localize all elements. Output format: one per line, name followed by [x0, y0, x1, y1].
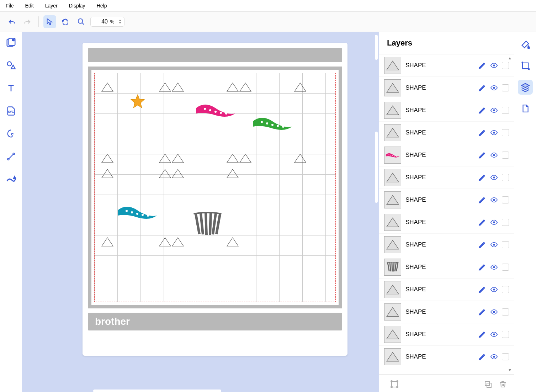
layer-row[interactable]: SHAPE	[379, 144, 514, 166]
visibility-icon[interactable]	[490, 173, 498, 182]
layer-lock-toggle[interactable]	[502, 219, 509, 226]
layer-lock-toggle[interactable]	[502, 196, 509, 203]
canvas-shape-swoosh[interactable]	[194, 101, 237, 119]
canvas-shape-triangle[interactable]	[101, 153, 114, 163]
canvas-scrollbar-horizontal[interactable]	[22, 387, 379, 392]
visibility-icon[interactable]	[490, 308, 498, 316]
edit-layer-icon[interactable]	[478, 151, 486, 159]
layer-lock-toggle[interactable]	[502, 241, 509, 248]
edit-layer-icon[interactable]	[478, 330, 486, 339]
zoom-tool[interactable]	[75, 15, 87, 28]
edit-layer-icon[interactable]	[478, 84, 486, 92]
edit-layer-icon[interactable]	[478, 61, 486, 70]
path-tool-icon[interactable]	[4, 172, 18, 186]
visibility-icon[interactable]	[490, 106, 498, 115]
zoom-down[interactable]: ▼	[118, 22, 121, 25]
trace-tool-icon[interactable]	[4, 127, 18, 141]
menu-layer[interactable]: Layer	[43, 2, 60, 9]
canvas-shape-triangle[interactable]	[101, 237, 114, 247]
canvas-shape-triangle[interactable]	[101, 169, 114, 179]
layer-lock-toggle[interactable]	[502, 107, 509, 114]
layer-lock-toggle[interactable]	[502, 308, 509, 316]
canvas-shape-triangle[interactable]	[294, 82, 307, 92]
visibility-icon[interactable]	[490, 240, 498, 249]
line-tool-icon[interactable]	[4, 149, 18, 164]
mat-tool-icon[interactable]	[4, 36, 18, 50]
canvas-shape-triangle[interactable]	[171, 237, 184, 247]
layer-lock-toggle[interactable]	[502, 152, 509, 159]
layer-row[interactable]: SHAPE	[379, 99, 514, 122]
canvas-shape-triangle[interactable]	[159, 169, 171, 179]
visibility-icon[interactable]	[490, 84, 498, 92]
canvas-scrollbar-vertical[interactable]	[372, 32, 379, 387]
layer-row[interactable]: SHAPE	[379, 77, 514, 99]
canvas-shape-swoosh[interactable]	[116, 203, 159, 221]
layer-row[interactable]: SHAPE	[379, 54, 514, 77]
layer-lock-toggle[interactable]	[502, 174, 509, 181]
layer-lock-toggle[interactable]	[502, 129, 509, 136]
canvas-shape-triangle[interactable]	[294, 153, 307, 163]
layer-lock-toggle[interactable]	[502, 62, 509, 69]
canvas-area[interactable]: brother	[22, 32, 379, 392]
visibility-icon[interactable]	[490, 263, 498, 271]
scroll-up-icon[interactable]: ▲	[508, 56, 512, 60]
select-tool[interactable]	[43, 15, 56, 28]
edit-layer-icon[interactable]	[478, 308, 486, 316]
canvas-shape-triangle[interactable]	[226, 237, 239, 247]
edit-layer-icon[interactable]	[478, 285, 486, 294]
canvas-shape-swoosh[interactable]	[251, 114, 294, 132]
layer-row[interactable]: SHAPE	[379, 346, 514, 368]
layer-row[interactable]: SHAPE	[379, 211, 514, 234]
canvas-shape-triangle[interactable]	[239, 153, 252, 163]
canvas-shape-star[interactable]	[130, 94, 145, 109]
zoom-input[interactable]	[94, 18, 108, 25]
layer-row[interactable]: SHAPE	[379, 279, 514, 301]
canvas-shape-triangle[interactable]	[159, 153, 171, 163]
visibility-icon[interactable]	[490, 196, 498, 204]
menu-display[interactable]: Display	[67, 2, 87, 9]
visibility-icon[interactable]	[490, 151, 498, 159]
layers-list[interactable]: ▲ ▼ SHAPESHAPESHAPESHAPESHAPESHAPESHAPES…	[379, 54, 514, 374]
layer-lock-toggle[interactable]	[502, 264, 509, 271]
edit-layer-icon[interactable]	[478, 263, 486, 271]
menu-help[interactable]: Help	[95, 2, 109, 9]
select-all-icon[interactable]	[389, 379, 400, 390]
delete-layer-icon[interactable]	[498, 379, 508, 390]
visibility-icon[interactable]	[490, 285, 498, 294]
scroll-down-icon[interactable]: ▼	[508, 368, 512, 372]
layer-row[interactable]: SHAPE	[379, 122, 514, 144]
redo-button[interactable]	[21, 15, 34, 28]
layer-row[interactable]: SHAPE	[379, 189, 514, 211]
layer-row[interactable]: SHAPE	[379, 166, 514, 189]
canvas-shape-triangle[interactable]	[171, 169, 184, 179]
shapes-tool-icon[interactable]	[4, 58, 18, 73]
edit-layer-icon[interactable]	[478, 173, 486, 182]
menu-file[interactable]: File	[4, 2, 16, 9]
layers-panel-icon[interactable]	[518, 80, 533, 95]
layer-row[interactable]: SHAPE	[379, 323, 514, 346]
canvas-shape-triangle[interactable]	[159, 82, 171, 92]
canvas-shape-cupcake[interactable]	[191, 212, 224, 237]
layer-lock-toggle[interactable]	[502, 331, 509, 338]
duplicate-layer-icon[interactable]	[483, 379, 493, 390]
canvas-shape-triangle[interactable]	[226, 153, 239, 163]
canvas-shape-triangle[interactable]	[239, 82, 252, 92]
visibility-icon[interactable]	[490, 353, 498, 361]
grid-area[interactable]	[94, 73, 336, 302]
layer-lock-toggle[interactable]	[502, 286, 509, 293]
document-panel-icon[interactable]	[518, 101, 533, 116]
canvas-shape-triangle[interactable]	[171, 153, 184, 163]
transform-panel-icon[interactable]	[518, 58, 533, 73]
visibility-icon[interactable]	[490, 128, 498, 137]
scroll-thumb-v1[interactable]	[375, 35, 378, 60]
fill-panel-icon[interactable]	[518, 37, 533, 52]
hand-tool[interactable]	[59, 15, 72, 28]
scroll-thumb-h[interactable]	[93, 390, 221, 392]
layer-row[interactable]: SHAPE	[379, 301, 514, 323]
layer-row[interactable]: SHAPE	[379, 234, 514, 256]
canvas-shape-triangle[interactable]	[101, 82, 114, 92]
visibility-icon[interactable]	[490, 330, 498, 339]
canvas-shape-triangle[interactable]	[159, 237, 171, 247]
edit-layer-icon[interactable]	[478, 196, 486, 204]
svg-import-icon[interactable]: SVG	[4, 104, 18, 118]
